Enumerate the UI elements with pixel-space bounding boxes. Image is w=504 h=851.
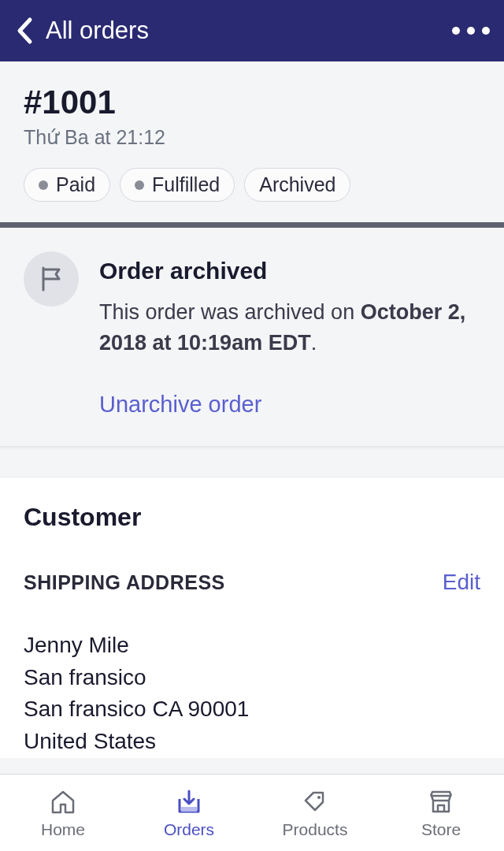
order-badges: Paid Fulfilled Archived — [24, 168, 480, 202]
svg-rect-0 — [181, 807, 197, 812]
status-dot-icon — [39, 180, 48, 190]
badge-fulfilled: Fulfilled — [120, 168, 235, 202]
tab-store[interactable]: Store — [378, 787, 504, 839]
badge-paid: Paid — [24, 168, 110, 202]
order-meta-section: #1001 Thứ Ba at 21:12 Paid Fulfilled Arc… — [0, 61, 504, 222]
tab-home[interactable]: Home — [0, 787, 126, 839]
store-icon — [426, 787, 456, 817]
home-icon — [48, 787, 78, 817]
header-back-group[interactable]: All orders — [8, 14, 149, 47]
badge-label: Archived — [259, 173, 335, 196]
svg-point-1 — [317, 796, 321, 799]
archived-notice: Order archived This order was archived o… — [0, 228, 504, 447]
customer-title: Customer — [24, 503, 480, 532]
tab-orders[interactable]: Orders — [126, 787, 252, 839]
more-menu-button[interactable] — [452, 27, 490, 35]
archived-body: Order archived This order was archived o… — [99, 251, 480, 418]
badge-label: Fulfilled — [152, 173, 220, 196]
archived-text: This order was archived on October 2, 20… — [99, 297, 480, 359]
customer-section: Customer SHIPPING ADDRESS Edit Jenny Mil… — [0, 477, 504, 757]
orders-icon — [174, 787, 204, 817]
order-date: Thứ Ba at 21:12 — [24, 126, 480, 149]
products-icon — [300, 787, 330, 817]
tab-label: Products — [283, 820, 348, 839]
flag-icon — [35, 263, 67, 295]
unarchive-button[interactable]: Unarchive order — [99, 392, 261, 418]
archived-text-suffix: . — [311, 331, 317, 355]
address-line1: San fransico — [24, 662, 480, 694]
flag-icon-circle — [24, 251, 79, 307]
tab-products[interactable]: Products — [252, 787, 378, 839]
address-line2: San fransico CA 90001 — [24, 693, 480, 726]
bottom-tabbar: Home Orders Products Store — [0, 774, 504, 851]
status-dot-icon — [135, 180, 144, 190]
badge-label: Paid — [56, 173, 95, 196]
shipping-header-row: SHIPPING ADDRESS Edit — [24, 570, 480, 595]
edit-shipping-button[interactable]: Edit — [443, 570, 480, 595]
tab-label: Home — [41, 820, 85, 839]
order-number: #1001 — [24, 84, 480, 121]
dot-icon — [452, 27, 460, 35]
badge-archived: Archived — [244, 168, 350, 202]
shipping-address-label: SHIPPING ADDRESS — [24, 571, 225, 594]
dot-icon — [467, 27, 475, 35]
address-country: United States — [24, 726, 480, 758]
address-name: Jenny Mile — [24, 630, 480, 662]
archived-title: Order archived — [99, 258, 480, 284]
back-icon — [8, 14, 41, 47]
tab-label: Orders — [164, 820, 214, 839]
header-title: All orders — [46, 17, 149, 45]
tab-label: Store — [421, 820, 461, 839]
archived-text-prefix: This order was archived on — [99, 300, 361, 324]
dot-icon — [482, 27, 490, 35]
section-divider — [0, 222, 504, 228]
shipping-address: Jenny Mile San fransico San fransico CA … — [24, 630, 480, 757]
app-header: All orders — [0, 0, 504, 61]
